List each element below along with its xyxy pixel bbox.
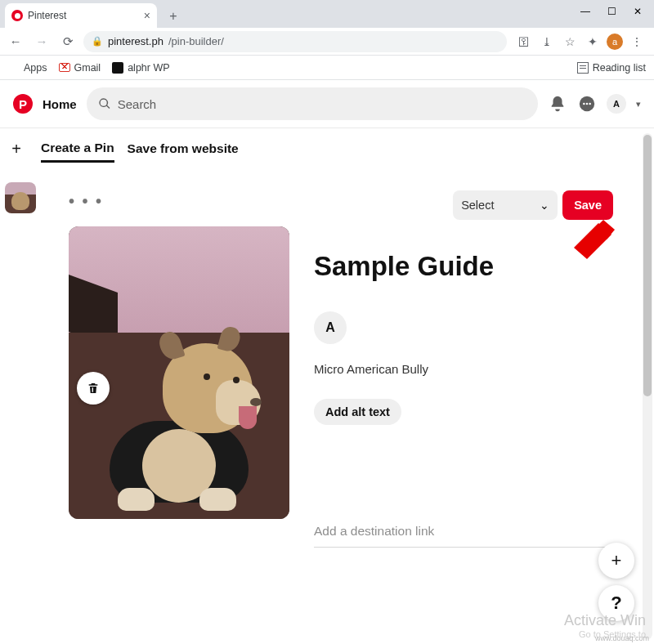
svg-point-3	[589, 103, 591, 105]
browser-tab[interactable]: Pinterest ×	[5, 3, 157, 28]
account-menu-chevron-icon[interactable]: ▾	[636, 99, 641, 110]
chevron-down-icon: ⌄	[540, 199, 549, 212]
minimize-button[interactable]: —	[572, 2, 598, 21]
pin-title[interactable]: Sample Guide	[314, 251, 613, 282]
alphr-label: alphr WP	[128, 62, 169, 74]
apps-icon	[8, 62, 20, 74]
delete-image-button[interactable]	[77, 372, 110, 405]
save-button[interactable]: Save	[562, 190, 613, 220]
notifications-icon[interactable]	[548, 94, 567, 114]
apps-label: Apps	[24, 62, 47, 74]
source-stamp: www.douaq.com	[595, 634, 649, 642]
pin-description[interactable]: Micro American Bully	[314, 362, 613, 376]
gmail-icon	[59, 63, 70, 72]
forward-button[interactable]: →	[31, 31, 52, 52]
window-controls: — ☐ ✕	[572, 2, 651, 21]
omnibox[interactable]: 🔒 pinterest.ph/pin-builder/	[83, 31, 507, 52]
tab-save-from-website[interactable]: Save from website	[128, 136, 239, 161]
url-host: pinterest.ph	[108, 35, 164, 47]
pin-image[interactable]	[69, 226, 289, 519]
bookmarks-bar: Apps Gmail alphr WP Reading list	[0, 56, 654, 80]
key-icon[interactable]: ⚿	[515, 33, 533, 51]
board-select-label: Select	[461, 199, 494, 212]
svg-point-1	[583, 103, 585, 105]
alphr-icon	[112, 62, 123, 74]
messages-icon[interactable]	[577, 94, 597, 114]
back-button[interactable]: ←	[5, 31, 26, 52]
gmail-label: Gmail	[74, 62, 101, 74]
profile-avatar[interactable]: a	[607, 34, 623, 50]
svg-point-2	[586, 103, 589, 105]
url-path: /pin-builder/	[168, 35, 224, 47]
tab-create-pin[interactable]: Create a Pin	[41, 136, 114, 163]
dog-illustration	[93, 331, 265, 511]
search-icon	[98, 97, 111, 110]
star-icon[interactable]: ☆	[561, 33, 579, 51]
search-input[interactable]: Search	[87, 87, 538, 120]
add-alt-text-button[interactable]: Add alt text	[314, 399, 401, 425]
search-placeholder: Search	[118, 97, 157, 111]
window-titlebar: Pinterest × + — ☐ ✕	[0, 0, 654, 28]
close-window-button[interactable]: ✕	[625, 2, 651, 21]
author-avatar[interactable]: A	[314, 311, 347, 344]
pin-thumbnail-list	[5, 182, 36, 213]
apps-bookmark[interactable]: Apps	[8, 62, 47, 74]
builder-tabs: + Create a Pin Save from website	[0, 128, 654, 161]
trash-icon	[87, 382, 100, 395]
lock-icon: 🔒	[92, 36, 103, 47]
pin-thumbnail[interactable]	[5, 182, 36, 213]
close-tab-icon[interactable]: ×	[144, 9, 150, 22]
gmail-bookmark[interactable]: Gmail	[59, 62, 101, 74]
scroll-thumb[interactable]	[643, 135, 652, 396]
pinterest-logo[interactable]: P	[13, 94, 33, 114]
more-options-button[interactable]: • • •	[69, 192, 103, 211]
reading-list-button[interactable]: Reading list	[577, 62, 646, 74]
reading-list-icon	[577, 62, 589, 74]
home-link[interactable]: Home	[43, 97, 77, 111]
reload-button[interactable]: ⟳	[57, 31, 78, 52]
address-bar: ← → ⟳ 🔒 pinterest.ph/pin-builder/ ⚿ ⤓ ☆ …	[0, 28, 654, 56]
tab-title: Pinterest	[28, 10, 66, 21]
alphr-bookmark[interactable]: alphr WP	[112, 62, 169, 74]
pin-builder: + Create a Pin Save from website • • • S…	[0, 128, 654, 644]
scrollbar[interactable]	[643, 133, 652, 639]
extensions-icon[interactable]: ✦	[584, 33, 602, 51]
pin-card: • • • Select ⌄ Save	[41, 177, 629, 619]
destination-link-input[interactable]: Add a destination link	[314, 519, 605, 548]
pinterest-header: P Home Search A ▾	[0, 80, 654, 127]
header-avatar[interactable]: A	[607, 94, 626, 114]
maximize-button[interactable]: ☐	[598, 2, 625, 21]
fab-add-button[interactable]: +	[598, 543, 634, 579]
install-icon[interactable]: ⤓	[538, 33, 556, 51]
add-pin-button[interactable]: +	[5, 137, 28, 160]
new-tab-button[interactable]: +	[162, 5, 185, 28]
kebab-menu-icon[interactable]: ⋮	[628, 33, 646, 51]
pinterest-favicon	[11, 10, 23, 21]
reading-list-label: Reading list	[593, 62, 646, 74]
watermark-line1: Activate Win	[564, 612, 646, 628]
board-select[interactable]: Select ⌄	[453, 190, 558, 220]
